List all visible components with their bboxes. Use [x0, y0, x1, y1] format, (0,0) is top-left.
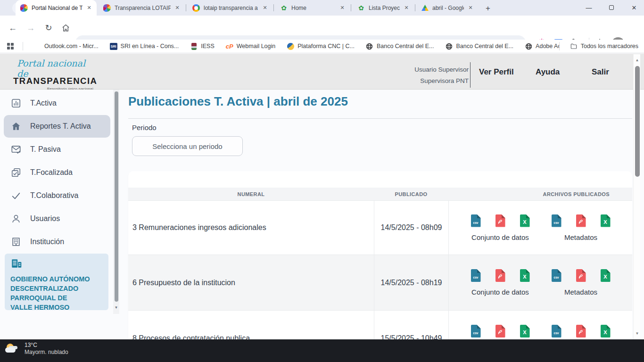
pdf-file-icon[interactable]: [495, 269, 505, 282]
excel-file-icon[interactable]: X: [520, 269, 530, 282]
column-header-archivos: ARCHIVOS PUBLICADOS: [448, 188, 632, 200]
numeral-cell: 6 Presupuesto de la institucion: [128, 255, 374, 310]
pdf-file-icon[interactable]: [576, 269, 586, 282]
back-button[interactable]: ←: [7, 22, 19, 34]
flower-favicon-icon: ✿: [357, 4, 365, 12]
sidebar-item-reportes-t-activa[interactable]: Reportes T. Activa: [4, 115, 110, 138]
bookmark-webmail[interactable]: cP Webmail Login: [226, 42, 275, 50]
home-icon: [61, 24, 70, 33]
home-filled-icon: [10, 121, 22, 132]
dataset-file-group: csv X Conjunto de datos: [471, 269, 530, 296]
period-label: Periodo: [132, 123, 157, 132]
window-minimize-button[interactable]: —: [581, 0, 597, 15]
tab-label: Lista Proyectos Repor: [369, 5, 400, 11]
bookmark-banco-central-2[interactable]: Banco Central del E...: [446, 42, 514, 50]
publicado-cell: 15/5/2025 - 10h49: [374, 311, 448, 339]
tab-separator: [415, 4, 415, 11]
bookmark-banco-central-1[interactable]: Banco Central del E...: [366, 42, 434, 50]
tab-google-drive[interactable]: abril - Google Drive ✕: [417, 0, 478, 16]
view-profile-link[interactable]: Ver Perfil: [479, 67, 514, 77]
excel-file-icon[interactable]: X: [601, 214, 611, 227]
sidebar-item-t-pasiva[interactable]: T. Pasiva: [4, 138, 110, 161]
bookmarks-bar: Outlook.com - Micr... SRI SRI en Línea -…: [0, 40, 644, 53]
tab-close-icon[interactable]: ✕: [467, 4, 474, 12]
sidebar-item-usuarios[interactable]: Usuarios: [4, 207, 110, 230]
new-tab-button[interactable]: +: [482, 2, 494, 15]
bookmarks-divider: [559, 42, 560, 50]
csv-file-icon[interactable]: csv: [471, 325, 481, 337]
sidebar-item-t-activa[interactable]: T.Activa: [4, 92, 110, 115]
browser-toolbar: ← → ↻ transparencia.dpe.gob.ec/admin/rep…: [0, 16, 644, 40]
ecuador-map-favicon-icon: [103, 4, 111, 12]
page-scrollbar[interactable]: ▲ ▼: [633, 54, 640, 339]
globe-icon: [366, 42, 373, 50]
bookmark-cnc[interactable]: Plataforma CNC | C...: [287, 42, 355, 50]
tab-close-icon[interactable]: ✕: [403, 4, 410, 12]
bookmark-sri[interactable]: SRI SRI en Línea - Cons...: [110, 42, 179, 50]
csv-file-icon[interactable]: csv: [471, 269, 481, 282]
institution-card[interactable]: GOBIERNO AUTÓNOMO DESCENTRALIZADO PARROQ…: [5, 254, 108, 310]
reload-button[interactable]: ↻: [42, 22, 55, 34]
page-content: T.Activa Reportes T. Activa T. Pasiva: [0, 90, 644, 339]
page-scrollbar-thumb[interactable]: [635, 66, 640, 177]
csv-file-icon[interactable]: csv: [552, 269, 561, 282]
google-favicon-icon: [192, 4, 200, 12]
tab-label: abril - Google Drive: [432, 5, 464, 11]
logo-main-text: TRANSPARENCIA: [13, 76, 93, 86]
scroll-down-arrow-icon[interactable]: ▼: [113, 305, 119, 310]
scroll-up-arrow-icon[interactable]: ▲: [634, 58, 641, 62]
excel-file-icon[interactable]: X: [520, 214, 530, 227]
all-bookmarks[interactable]: Todos los marcadores: [559, 40, 638, 53]
pdf-file-icon[interactable]: [495, 325, 505, 337]
portal-logo: Portal nacional de TRANSPARENCIA Reposit…: [13, 58, 93, 91]
metadata-label: Metadatos: [564, 233, 597, 241]
home-button[interactable]: [59, 22, 72, 34]
dataset-label: Conjunto de datos: [471, 233, 529, 241]
sidebar-item-institucion[interactable]: Institución: [4, 230, 110, 253]
metadata-file-group: csv X Metadatos: [552, 269, 611, 296]
page-title: Publicaciones T. Activa | abril de 2025: [128, 94, 348, 109]
sidebar-scrollbar-thumb[interactable]: [115, 91, 118, 302]
tab-transparencia-lotaip[interactable]: Transparencia LOTAIP ✕: [99, 0, 185, 16]
tab-close-icon[interactable]: ✕: [261, 4, 269, 12]
sidebar-item-t-focalizada[interactable]: T.Focalizada: [4, 161, 110, 184]
window-close-button[interactable]: ✕: [626, 0, 642, 15]
window-maximize-button[interactable]: [603, 0, 619, 15]
csv-file-icon[interactable]: csv: [552, 214, 561, 227]
tab-close-icon[interactable]: ✕: [85, 4, 93, 12]
tab-lotaip-search[interactable]: lotaip transparencia a ✕: [188, 0, 272, 16]
reports-table-card: NUMERAL PUBLICADO ARCHIVOS PUBLICADOS 3 …: [128, 171, 632, 339]
csv-file-icon[interactable]: csv: [552, 325, 561, 337]
publicado-cell: 14/5/2025 - 08h19: [374, 255, 448, 310]
apps-grid-icon[interactable]: [7, 42, 14, 50]
pdf-file-icon[interactable]: [576, 214, 586, 227]
dataset-file-group: csv X Conjunto de datos: [471, 214, 530, 241]
user-name: Usuario Supervisor: [414, 64, 469, 75]
period-select[interactable]: Selecciona un periodo: [132, 136, 243, 156]
scroll-down-arrow-icon[interactable]: ▼: [634, 331, 641, 336]
bookmark-outlook[interactable]: Outlook.com - Micr...: [33, 42, 99, 50]
bookmark-iess[interactable]: IESS: [190, 42, 215, 50]
sidebar-item-t-colaborativa[interactable]: T.Colaborativa: [4, 184, 110, 207]
tab-home[interactable]: ✿ Home ✕: [275, 0, 350, 16]
cnc-icon: [287, 42, 294, 50]
excel-file-icon[interactable]: X: [520, 325, 530, 337]
logout-link[interactable]: Salir: [592, 67, 609, 77]
pdf-file-icon[interactable]: [495, 214, 505, 227]
weather-widget[interactable]: 13°C Mayorm. nublado: [5, 342, 68, 356]
weather-temp: 13°C: [25, 342, 68, 349]
sidebar-scrollbar[interactable]: ▼: [113, 90, 119, 314]
google-drive-favicon-icon: [421, 5, 429, 11]
excel-file-icon[interactable]: X: [601, 325, 611, 337]
forward-button[interactable]: →: [25, 22, 37, 34]
tab-portal-nacional[interactable]: Portal Nacional de Tra ✕: [16, 0, 97, 16]
excel-file-icon[interactable]: X: [601, 269, 611, 282]
csv-file-icon[interactable]: csv: [471, 214, 481, 227]
help-link[interactable]: Ayuda: [536, 67, 560, 77]
metadata-label: Metadatos: [564, 288, 597, 296]
tab-close-icon[interactable]: ✕: [339, 4, 346, 12]
bar-chart-icon: [10, 98, 22, 109]
pdf-file-icon[interactable]: [576, 325, 586, 337]
tab-close-icon[interactable]: ✕: [173, 4, 181, 12]
tab-lista-proyectos[interactable]: ✿ Lista Proyectos Repor ✕: [353, 0, 414, 16]
